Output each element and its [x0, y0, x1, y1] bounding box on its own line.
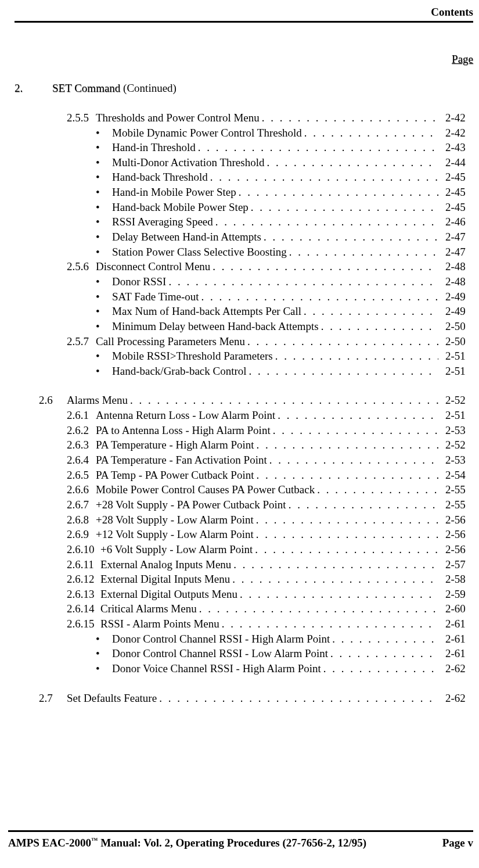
toc-bullet-row: •Hand-in Mobile Power Step2-45: [67, 185, 473, 200]
toc-heading: 2.6 Alarms Menu 2-52: [39, 393, 473, 408]
toc-bullet-row: •Max Num of Hand-back Attempts Per Call2…: [67, 304, 473, 319]
page-column-header: Page: [15, 52, 473, 67]
toc-number: 2.6.14: [67, 601, 100, 616]
page-footer: AMPS EAC-2000™ Manual: Vol. 2, Operating…: [8, 830, 473, 851]
toc-number: 2.6.11: [67, 557, 100, 572]
leader-dots: [286, 497, 438, 512]
toc-title: Hand-back Mobile Power Step: [112, 200, 248, 215]
toc-number: 2.6.7: [67, 497, 96, 512]
toc-item: 2.6.10+6 Volt Supply - Low Alarm Point2-…: [67, 542, 473, 557]
toc-page: 2-62: [438, 661, 473, 676]
bullet-icon: •: [96, 155, 112, 170]
toc-bullet-row: •Multi-Donor Activation Threshold2-44: [67, 155, 473, 170]
toc-bullet-row: •Donor RSSI2-48: [67, 274, 473, 289]
leader-dots: [128, 393, 438, 408]
toc-title: Station Power Class Selective Boosting: [112, 245, 287, 260]
bullet-icon: •: [96, 170, 112, 185]
toc-heading: 2.7 Set Defaults Feature 2-62: [39, 691, 473, 706]
toc-title: PA Temperature - High Alarm Point: [96, 437, 254, 453]
toc-page: 2-50: [438, 319, 473, 334]
toc-number: 2.6.2: [67, 423, 96, 438]
bullet-icon: •: [96, 304, 112, 319]
toc-bullet-row: •Mobile RSSI>Threshold Parameters2-51: [67, 349, 473, 364]
toc-title: Hand-back Threshold: [112, 170, 208, 185]
toc-item: 2.6.1Antenna Return Loss - Low Alarm Poi…: [67, 408, 473, 423]
leader-dots: [157, 691, 438, 706]
leader-dots: [301, 304, 438, 319]
toc-title: +28 Volt Supply - PA Power Cutback Point: [96, 497, 286, 512]
leader-dots: [328, 646, 438, 661]
bullet-icon: •: [96, 632, 112, 647]
leader-dots: [196, 140, 438, 155]
toc-item: 2.6.11External Analog Inputs Menu2-57: [67, 557, 473, 572]
toc-title: Call Processing Parameters Menu: [96, 334, 245, 349]
toc-page: 2-53: [438, 453, 473, 468]
toc-page: 2-45: [438, 185, 473, 200]
toc-page: 2-62: [438, 691, 473, 706]
toc-title: External Analog Inputs Menu: [100, 557, 231, 572]
toc-number: 2.5.7: [67, 334, 96, 349]
toc-page: 2-53: [438, 423, 473, 438]
leader-dots: [321, 661, 438, 676]
toc-title: Mobile RSSI>Threshold Parameters: [112, 349, 273, 364]
toc-page: 2-56: [438, 512, 473, 528]
toc-number: 2.5.5: [67, 110, 96, 125]
toc-title: Mobile Power Control Causes PA Power Cut…: [96, 482, 315, 497]
toc-subheading: 2.5.6 Disconnect Control Menu 2-48: [67, 259, 473, 274]
toc-title: Hand-in Mobile Power Step: [112, 185, 236, 200]
section-continued: (Continued): [123, 82, 177, 94]
footer-manual: Manual: Vol. 2, Operating Procedures (27…: [98, 837, 366, 849]
leader-dots: [330, 632, 438, 647]
toc-page: 2-54: [438, 468, 473, 483]
leader-dots: [236, 185, 438, 200]
leader-dots: [271, 423, 438, 438]
footer-product: AMPS EAC-2000: [8, 837, 91, 849]
toc-page: 2-43: [438, 140, 473, 155]
toc-title: Donor Control Channel RSSI - High Alarm …: [112, 632, 330, 647]
leader-dots: [260, 110, 438, 125]
toc-page: 2-47: [438, 245, 473, 260]
leader-dots: [230, 572, 438, 587]
toc-title: Multi-Donor Activation Threshold: [112, 155, 264, 170]
bullet-icon: •: [96, 289, 112, 304]
toc-bullet-row: •SAT Fade Time-out2-49: [67, 289, 473, 304]
toc-title: Hand-in Threshold: [112, 140, 196, 155]
toc-title: Set Defaults Feature: [67, 691, 157, 706]
bullet-icon: •: [96, 245, 112, 260]
bullet-icon: •: [96, 185, 112, 200]
toc-title: Hand-back/Grab-back Control: [112, 364, 247, 379]
toc-title: Disconnect Control Menu: [96, 259, 210, 274]
toc-item: 2.6.4PA Temperature - Fan Activation Poi…: [67, 453, 473, 468]
toc-number: 2.6.4: [67, 453, 96, 468]
toc-number: 2.6.1: [67, 408, 96, 423]
section-heading: 2. SET Command (Continued): [15, 81, 473, 96]
toc-title: PA Temperature - Fan Activation Point: [96, 453, 267, 468]
bullet-icon: •: [96, 200, 112, 215]
toc-title: Mobile Dynamic Power Control Threshold: [112, 125, 302, 141]
toc-number: 2.6.15: [67, 616, 100, 632]
leader-dots: [248, 200, 438, 215]
bullet-icon: •: [96, 661, 112, 676]
toc-number: 2.5.6: [67, 259, 96, 274]
leader-dots: [247, 364, 438, 379]
bullet-icon: •: [96, 319, 112, 334]
toc-number: 2.6.8: [67, 512, 96, 528]
toc-title: Minimum Delay between Hand-back Attempts: [112, 319, 319, 334]
toc-bullet-row: •Station Power Class Selective Boosting2…: [67, 245, 473, 260]
leader-dots: [261, 229, 438, 245]
bullet-icon: •: [96, 140, 112, 155]
toc-page: 2-49: [438, 304, 473, 319]
toc-page: 2-56: [438, 542, 473, 557]
trademark-icon: ™: [91, 837, 98, 844]
toc-number: 2.6.10: [67, 542, 100, 557]
toc-title: +6 Volt Supply - Low Alarm Point: [100, 542, 253, 557]
toc-page: 2-51: [438, 349, 473, 364]
toc-page: 2-50: [438, 334, 473, 349]
toc-page: 2-55: [438, 497, 473, 512]
toc-number: 2.6.13: [67, 587, 100, 602]
toc-bullet-row: •Hand-back/Grab-back Control2-51: [67, 364, 473, 379]
toc-number: 2.6.9: [67, 527, 96, 542]
toc-subheading: 2.5.5 Thresholds and Power Control Menu …: [67, 110, 473, 125]
toc-bullet-row: •Hand-in Threshold2-43: [67, 140, 473, 155]
leader-dots: [208, 170, 438, 185]
